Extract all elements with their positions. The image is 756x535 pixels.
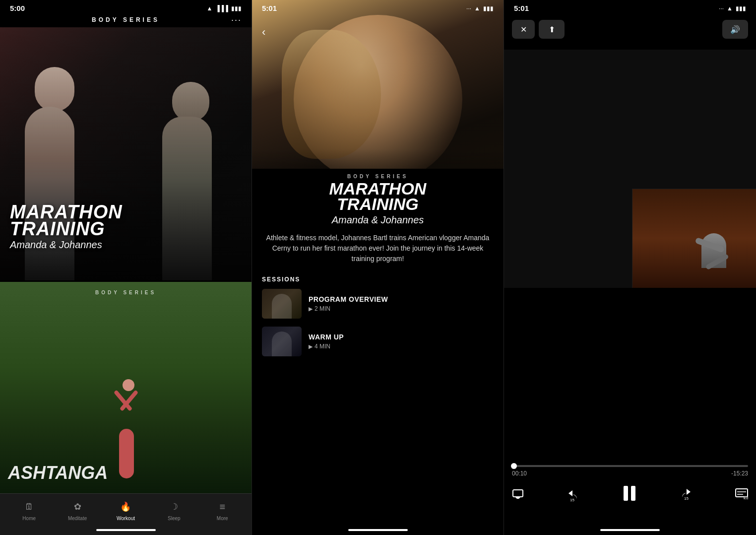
forest-bg <box>0 282 252 493</box>
battery-icon-p1: ▮▮▮ <box>231 5 242 12</box>
panel-player: 5:01 ··· ▲ ▮▮▮ ✕ ⬆ 🔊 <box>504 0 756 535</box>
session-meta-1: ▶ 2 MIN <box>309 305 388 312</box>
svg-marker-1 <box>515 497 521 499</box>
thumb-figure-1 <box>272 294 292 319</box>
rewind-button[interactable]: 15 <box>566 488 580 502</box>
session-duration-2: 4 MIN <box>315 343 330 350</box>
status-bar-p3: 5:01 ··· ▲ ▮▮▮ <box>504 0 756 14</box>
app-header: BODY SERIES ··· <box>0 15 252 24</box>
wifi-icon-p1: ▲ <box>207 5 213 12</box>
home-indicator-p1 <box>96 529 156 531</box>
forward-button[interactable]: 15 <box>679 487 693 503</box>
detail-description: Athlete & fitness model, Johannes Bartl … <box>262 233 494 264</box>
status-bar-p2: 5:01 ··· ▲ ▮▮▮ <box>252 0 504 14</box>
svg-rect-4 <box>631 486 635 501</box>
battery-p3: ▮▮▮ <box>736 5 746 12</box>
hero-card-marathon[interactable]: MARATHON TRAINING Amanda & Johannes <box>0 27 252 280</box>
video-scene <box>632 189 756 288</box>
signal-p2: ··· <box>466 5 471 12</box>
session-icon-1: ▶ <box>309 306 313 312</box>
hero-text: MARATHON TRAINING Amanda & Johannes <box>10 203 242 251</box>
wifi-p3: ▲ <box>727 5 733 12</box>
nav-sleep[interactable]: ☽ Sleep <box>159 500 189 521</box>
nav-sleep-label: Sleep <box>168 516 181 521</box>
athlete-figure <box>692 213 741 283</box>
left-controls: ✕ ⬆ <box>512 20 565 39</box>
session-title-1: PROGRAM OVERVIEW <box>309 295 388 303</box>
progress-bar[interactable] <box>512 465 748 467</box>
status-icons-p3: ··· ▲ ▮▮▮ <box>719 5 746 12</box>
volume-icon: 🔊 <box>730 25 740 34</box>
subtitles-button[interactable]: CC <box>735 488 748 502</box>
status-icons-p1: ▲ ▐▐▐ ▮▮▮ <box>207 5 242 12</box>
detail-title: MARATHON TRAINING <box>262 181 494 211</box>
marathon-subtitle: Amanda & Johannes <box>10 239 242 251</box>
svg-text:CC: CC <box>745 497 748 499</box>
svg-text:15: 15 <box>570 498 574 502</box>
status-time-p1: 5:00 <box>10 4 25 12</box>
session-info-2: WARM UP ▶ 4 MIN <box>309 333 344 350</box>
volume-button[interactable]: 🔊 <box>722 20 748 39</box>
session-thumb-1 <box>262 289 302 319</box>
nav-home-label: Home <box>22 516 36 521</box>
detail-badge: BODY SERIES <box>262 174 494 179</box>
second-card-ashtanga[interactable]: BODY SERIES ASHTANGA <box>0 282 252 493</box>
svg-rect-0 <box>513 490 523 497</box>
home-indicator-p2 <box>348 529 408 531</box>
nav-workout[interactable]: 🔥 Workout <box>111 500 140 521</box>
session-thumb-2 <box>262 327 302 356</box>
runner-body <box>282 30 381 159</box>
nav-workout-label: Workout <box>117 516 135 521</box>
app-title: BODY SERIES <box>92 16 160 23</box>
more-icon: ≡ <box>215 500 229 514</box>
signal-p3: ··· <box>719 5 724 12</box>
detail-subtitle: Amanda & Johannes <box>262 214 494 226</box>
sleep-icon: ☽ <box>167 500 181 514</box>
thumb-figure-2 <box>272 332 292 356</box>
airplay-button[interactable] <box>512 489 524 502</box>
progress-fill <box>512 465 514 467</box>
nav-home[interactable]: 🗓 Home <box>14 500 44 521</box>
session-icon-2: ▶ <box>309 343 313 350</box>
svg-rect-3 <box>624 486 628 501</box>
time-labels: 00:10 -15:23 <box>512 470 748 477</box>
marathon-title: MARATHON TRAINING <box>10 203 242 237</box>
session-duration-1: 2 MIN <box>315 305 330 312</box>
nav-more-label: More <box>217 516 228 521</box>
session-item-1[interactable]: PROGRAM OVERVIEW ▶ 2 MIN <box>262 289 494 319</box>
session-info-1: PROGRAM OVERVIEW ▶ 2 MIN <box>309 295 388 312</box>
session-item-2[interactable]: WARM UP ▶ 4 MIN <box>262 327 494 356</box>
video-area <box>504 50 756 288</box>
detail-content: BODY SERIES MARATHON TRAINING Amanda & J… <box>252 169 504 535</box>
sessions-label: SESSIONS <box>262 276 494 283</box>
close-button[interactable]: ✕ <box>512 20 535 39</box>
upload-button[interactable]: ⬆ <box>539 20 565 39</box>
nav-more[interactable]: ≡ More <box>207 500 237 521</box>
wifi-p2: ▲ <box>474 5 480 12</box>
playback-controls: 15 15 <box>512 485 748 505</box>
ashtanga-badge: BODY SERIES <box>0 290 252 295</box>
player-bottom: 00:10 -15:23 15 <box>504 465 756 505</box>
ashtanga-title: ASHTANGA <box>8 463 244 483</box>
meditate-icon: ✿ <box>70 500 84 514</box>
panel-home: 5:00 ▲ ▐▐▐ ▮▮▮ BODY SERIES ··· <box>0 0 252 535</box>
nav-meditate-label: Meditate <box>68 516 87 521</box>
status-bar-p1: 5:00 ▲ ▐▐▐ ▮▮▮ <box>0 0 252 14</box>
home-indicator-p3 <box>600 529 660 531</box>
time-remaining: -15:23 <box>731 470 748 477</box>
nav-meditate[interactable]: ✿ Meditate <box>63 500 92 521</box>
panel-detail: 5:01 ··· ▲ ▮▮▮ ‹ BODY SERIES MARATHON TR… <box>252 0 504 535</box>
right-controls: 🔊 <box>722 20 748 39</box>
svg-rect-6 <box>736 489 748 497</box>
player-top-controls: ✕ ⬆ 🔊 <box>512 20 748 39</box>
battery-p2: ▮▮▮ <box>483 5 494 12</box>
bottom-nav-p1: 🗓 Home ✿ Meditate 🔥 Workout ☽ Sleep ≡ Mo… <box>0 493 252 535</box>
workout-icon: 🔥 <box>119 500 132 514</box>
pause-button[interactable] <box>622 485 637 505</box>
status-time-p3: 5:01 <box>514 4 529 12</box>
back-button[interactable]: ‹ <box>262 26 265 39</box>
menu-dots[interactable]: ··· <box>231 15 242 25</box>
time-elapsed: 00:10 <box>512 470 527 477</box>
status-icons-p2: ··· ▲ ▮▮▮ <box>466 5 494 12</box>
progress-thumb[interactable] <box>511 463 517 469</box>
